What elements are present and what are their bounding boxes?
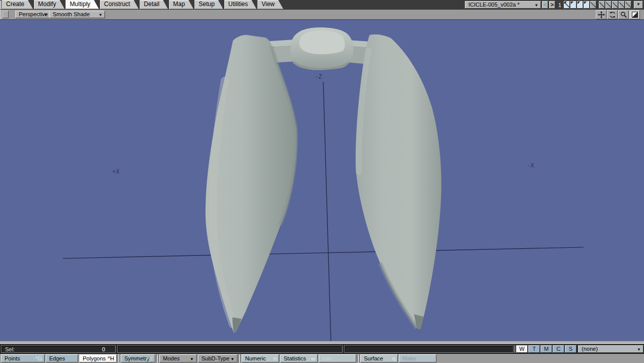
chevron-down-icon: ▼ xyxy=(534,2,538,9)
layer-button-3[interactable] xyxy=(577,1,583,9)
chevron-down-icon: ▼ xyxy=(44,12,48,18)
status-info-box-2 xyxy=(117,345,343,353)
tab-modify[interactable]: Modify xyxy=(34,0,64,9)
toolbar-separator xyxy=(118,354,120,362)
selection-info-box: Sel: 0 xyxy=(1,345,116,353)
toolbar-polygons-button[interactable]: Polygons^H xyxy=(79,354,117,362)
viewport-bottom-strip xyxy=(0,341,644,344)
toolbar-info-button: Info xyxy=(319,354,356,362)
perspective-viewport[interactable]: -Z +X -X xyxy=(0,19,644,341)
layer-button-7[interactable] xyxy=(605,1,612,9)
tab-multiply[interactable]: Multiply xyxy=(65,0,99,9)
toolbar-numeric-button[interactable]: Numericn xyxy=(242,354,279,362)
layer-bank-index: 1 xyxy=(558,2,561,8)
magnifier-icon xyxy=(620,11,627,18)
model-right-blade xyxy=(356,35,442,329)
layer-button-9[interactable] xyxy=(619,1,625,9)
layer-button-4[interactable] xyxy=(584,1,590,9)
prev-layer-button[interactable]: < xyxy=(542,1,548,9)
pan-tool-button[interactable] xyxy=(596,10,606,19)
axis-label-minus-x: -X xyxy=(527,162,534,169)
vmap-button-c[interactable]: C xyxy=(553,345,564,353)
toolbar-symmetry-button[interactable]: Symmetry+Y xyxy=(121,354,155,362)
bottom-toolbar: Points^GEdgesPolygons^HSymmetry+YModes▼S… xyxy=(0,353,644,363)
layer-button-1[interactable] xyxy=(564,1,570,9)
selection-count: 0 xyxy=(102,346,105,352)
rotate-icon xyxy=(609,11,616,18)
toolbar-symmetry-shortcut: +Y xyxy=(146,355,153,362)
toolbar-modes-label: Modes xyxy=(163,355,180,362)
object-name: ICICLE-005_v002a * xyxy=(468,2,520,8)
zoom-tool-button[interactable] xyxy=(618,10,629,19)
layer-button-6[interactable] xyxy=(599,1,605,9)
chevron-down-icon: ▼ xyxy=(98,12,103,18)
layer-button-5[interactable] xyxy=(590,1,596,9)
menu-bar: CreateModifyMultiplyConstructDetailMapSe… xyxy=(0,0,644,10)
rotate-tool-button[interactable] xyxy=(607,10,618,19)
toolbar-surface-label: Surface xyxy=(364,355,383,362)
chevron-down-icon: ▼ xyxy=(637,346,641,353)
viewport-tools xyxy=(595,10,640,19)
toolbar-numeric-label: Numeric xyxy=(245,355,266,362)
toolbar-statistics-button[interactable]: Statisticsw xyxy=(280,354,318,362)
toolbar-points-label: Points xyxy=(5,355,20,362)
toolbar-polygons-shortcut: ^H xyxy=(108,355,114,362)
toolbar-separator xyxy=(239,354,241,362)
status-bar: Sel: 0 WTMCS (none) ▼ xyxy=(0,344,644,353)
toolbar-make-button: Make xyxy=(399,354,436,362)
vmap-button-t[interactable]: T xyxy=(528,345,540,353)
shade-mode-dropdown[interactable]: Smooth Shade ▼ xyxy=(49,11,105,18)
toolbar-numeric-shortcut: n xyxy=(274,355,277,362)
tab-construct[interactable]: Construct xyxy=(100,0,139,9)
tab-map[interactable]: Map xyxy=(169,0,193,9)
viewport-canvas: -Z +X -X xyxy=(0,20,644,341)
toolbar-statistics-shortcut: w xyxy=(311,355,315,362)
vmap-button-m[interactable]: M xyxy=(540,345,552,353)
layer-button-2[interactable] xyxy=(570,1,577,9)
view-mode-dropdown[interactable]: Perspective ▼ xyxy=(15,11,50,18)
toolbar-statistics-label: Statistics xyxy=(284,355,306,362)
model-cap xyxy=(290,27,353,70)
tab-utilities[interactable]: Utilities xyxy=(224,0,257,9)
selection-label: Sel: xyxy=(5,346,15,352)
vmap-button-w[interactable]: W xyxy=(516,345,528,353)
menubar-right-cluster: ICICLE-005_v002a * ▼ < > 1 ▼ xyxy=(465,1,643,9)
toolbar-surface-button[interactable]: Surfaceq xyxy=(360,354,398,362)
move-icon xyxy=(598,11,605,18)
axis-lines xyxy=(63,82,584,341)
layer-has-data-mark xyxy=(584,2,587,4)
vmap-button-s[interactable]: S xyxy=(565,345,577,353)
layer-has-data-mark xyxy=(578,2,580,4)
toolbar-polygons-label: Polygons xyxy=(83,355,106,362)
maximize-viewport-button[interactable] xyxy=(629,10,640,19)
layer-button-10[interactable] xyxy=(625,1,631,9)
tab-detail[interactable]: Detail xyxy=(140,0,168,9)
tab-view[interactable]: View xyxy=(257,0,283,9)
layer-button-8[interactable] xyxy=(612,1,618,9)
toolbar-subd-type-button[interactable]: SubD-Type▼ xyxy=(198,354,238,362)
shade-mode-label: Smooth Shade xyxy=(53,11,90,17)
chevron-down-icon: ▼ xyxy=(230,356,234,363)
toolbar-points-shortcut: ^G xyxy=(35,355,42,362)
tab-create[interactable]: Create xyxy=(2,0,33,9)
viewport-control-bar: Perspective ▼ Smooth Shade ▼ xyxy=(0,10,644,19)
toolbar-modes-button[interactable]: Modes▼ xyxy=(159,354,197,362)
next-layer-button[interactable]: > xyxy=(549,1,555,9)
toolbar-info-label: Info xyxy=(322,355,331,362)
toolbar-edges-label: Edges xyxy=(49,355,65,362)
object-selector-dropdown[interactable]: ICICLE-005_v002a * ▼ xyxy=(465,1,541,9)
viewport-corner-button[interactable] xyxy=(3,11,9,18)
toolbar-surface-shortcut: q xyxy=(392,355,395,362)
layer-list-dropdown[interactable]: ▼ xyxy=(634,1,643,9)
layer-buttons xyxy=(564,1,632,9)
layer-has-data-mark xyxy=(571,2,573,4)
tab-setup[interactable]: Setup xyxy=(194,0,223,9)
vertex-map-value: (none) xyxy=(582,346,598,352)
vertex-map-selector-dropdown[interactable]: (none) ▼ xyxy=(578,345,643,353)
chevron-down-icon: ▼ xyxy=(636,2,640,7)
toolbar-edges-button[interactable]: Edges xyxy=(46,354,78,362)
status-info-box-3 xyxy=(344,345,514,353)
vertex-map-mode-buttons: WTMCS xyxy=(515,345,577,353)
chevron-down-icon: ▼ xyxy=(190,356,194,363)
toolbar-points-button[interactable]: Points^G xyxy=(1,354,45,362)
